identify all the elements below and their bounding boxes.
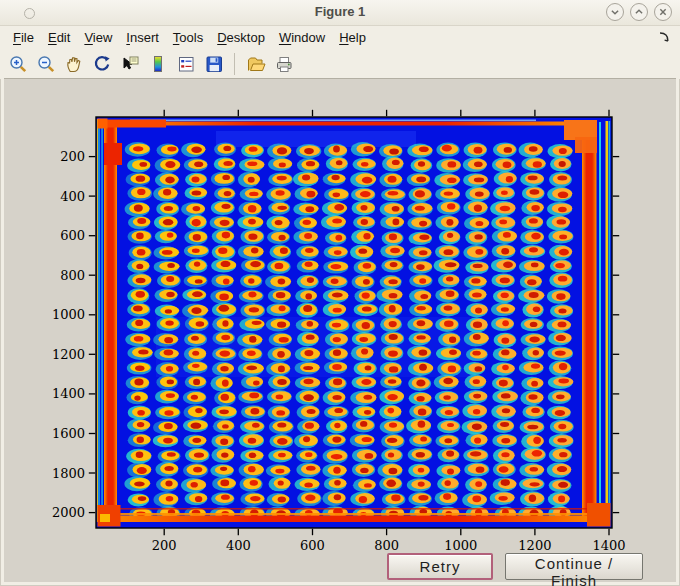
svg-text:200: 200: [60, 149, 85, 164]
x-icon: [655, 3, 671, 21]
menu-desktop[interactable]: Desktop: [210, 28, 272, 47]
insert-legend-button[interactable]: [175, 53, 196, 74]
insert-colorbar-icon: [148, 54, 168, 74]
svg-text:1200: 1200: [518, 538, 551, 553]
toolbar-separator: [234, 53, 235, 75]
svg-text:400: 400: [60, 189, 85, 204]
svg-text:800: 800: [60, 268, 85, 283]
chevron-down-icon: [607, 3, 623, 21]
retry-button[interactable]: Retry: [387, 553, 493, 580]
maximize-button[interactable]: [630, 3, 648, 21]
menu-window[interactable]: Window: [272, 28, 332, 47]
zoom-in-icon: [8, 54, 28, 74]
svg-text:400: 400: [226, 538, 251, 553]
print-figure-icon: [274, 54, 294, 74]
svg-text:1400: 1400: [592, 538, 625, 553]
data-cursor-button[interactable]: [119, 53, 140, 74]
svg-text:1200: 1200: [52, 347, 85, 362]
rotate-3d-button[interactable]: [91, 53, 112, 74]
svg-text:2000: 2000: [52, 505, 85, 520]
minimize-button[interactable]: [606, 3, 624, 21]
open-file-button[interactable]: [245, 53, 266, 74]
zoom-out-button[interactable]: [35, 53, 56, 74]
svg-text:1000: 1000: [52, 307, 85, 322]
zoom-out-icon: [36, 54, 56, 74]
title-bar: Figure 1: [0, 0, 680, 26]
menu-view[interactable]: View: [77, 28, 119, 47]
chevron-up-icon: [631, 3, 647, 21]
svg-text:1600: 1600: [52, 426, 85, 441]
toolbar: [0, 48, 680, 79]
svg-text:600: 600: [300, 538, 325, 553]
figure-window: Figure 1 FileEditViewInsertToolsDesktopW…: [0, 0, 680, 586]
close-button[interactable]: [654, 3, 672, 21]
svg-text:1400: 1400: [52, 386, 85, 401]
pan-button[interactable]: [63, 53, 84, 74]
save-figure-icon: [204, 54, 224, 74]
save-figure-button[interactable]: [203, 53, 224, 74]
zoom-in-button[interactable]: [7, 53, 28, 74]
open-file-icon: [246, 54, 266, 74]
window-controls: [606, 3, 672, 21]
svg-text:1000: 1000: [444, 538, 477, 553]
svg-text:1800: 1800: [52, 466, 85, 481]
rotate-3d-icon: [92, 54, 112, 74]
pan-icon: [64, 54, 84, 74]
dock-arrow-icon[interactable]: [658, 31, 670, 46]
continue-finish-button[interactable]: Continue / Finish: [505, 553, 643, 580]
data-cursor-icon: [120, 54, 140, 74]
menu-edit[interactable]: Edit: [41, 28, 77, 47]
print-figure-button[interactable]: [273, 53, 294, 74]
svg-text:800: 800: [374, 538, 399, 553]
svg-text:200: 200: [152, 538, 177, 553]
menu-bar: FileEditViewInsertToolsDesktopWindowHelp: [0, 26, 680, 48]
insert-colorbar-button[interactable]: [147, 53, 168, 74]
insert-legend-icon: [176, 54, 196, 74]
svg-text:600: 600: [60, 228, 85, 243]
menu-insert[interactable]: Insert: [119, 28, 166, 47]
window-title: Figure 1: [0, 4, 680, 19]
plot-axes: 2004006008001000120014002004006008001000…: [4, 79, 676, 582]
menu-file[interactable]: File: [6, 28, 41, 47]
menu-help[interactable]: Help: [332, 28, 373, 47]
menu-tools[interactable]: Tools: [166, 28, 210, 47]
figure-canvas: 2004006008001000120014002004006008001000…: [4, 78, 676, 582]
